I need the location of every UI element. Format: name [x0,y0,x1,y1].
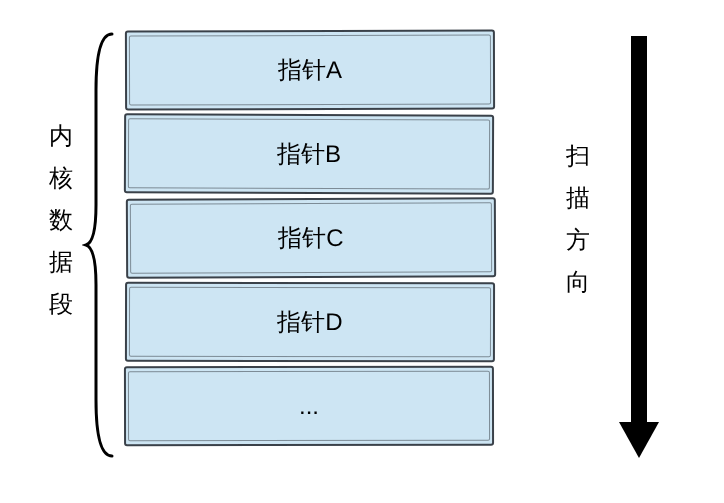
diagram-canvas: 内核数据段 指针A 指针B 指针C 指针D ... 扫描方向 [0,0,724,503]
svg-marker-1 [619,422,659,458]
right-vertical-label: 扫描方向 [565,135,591,303]
arrow-down-icon [617,30,661,460]
left-vertical-label: 内核数据段 [48,115,74,325]
pointer-cell-label: 指针D [277,306,342,338]
pointer-stack: 指针A 指针B 指针C 指针D ... [125,30,495,450]
pointer-cell-a: 指针A [125,30,495,111]
pointer-cell-label: 指针A [278,54,342,86]
pointer-cell-label: ... [299,392,319,420]
pointer-cell-label: 指针B [277,138,341,170]
pointer-cell-c: 指针C [126,197,496,279]
pointer-cell-more: ... [124,366,494,447]
pointer-cell-d: 指针D [125,282,495,363]
pointer-cell-label: 指针C [278,222,343,254]
pointer-cell-b: 指针B [124,113,494,194]
scan-direction-arrow [617,30,661,460]
brace-icon [82,30,116,460]
